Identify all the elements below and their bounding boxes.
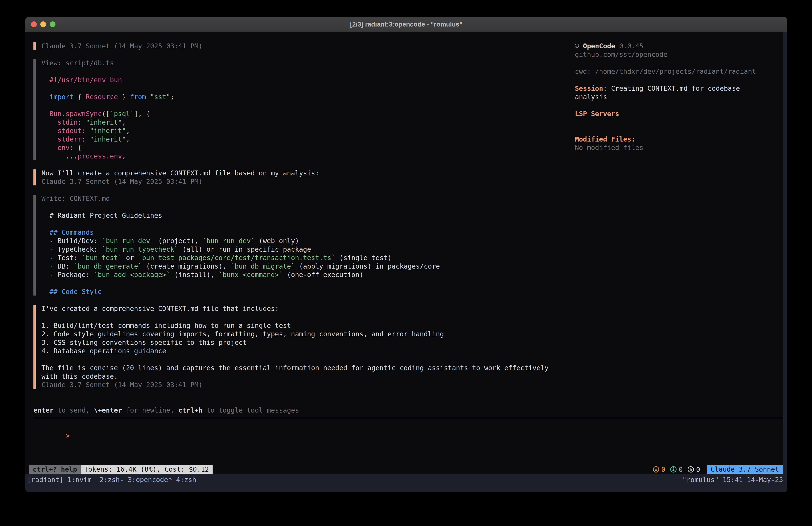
terminal-line: github.com/sst/opencode	[575, 51, 784, 59]
text-segment: analysis	[575, 93, 607, 101]
status-bar: ctrl+? help Tokens: 16.4K (8%), Cost: $0…	[25, 465, 783, 474]
text-segment: :	[70, 144, 74, 152]
text-segment: 2. Code style guidelines covering import…	[41, 330, 444, 338]
message-accent-bar	[33, 169, 36, 185]
model-badge: Claude 3.7 Sonnet	[707, 465, 783, 474]
text-segment: ## Code Style	[41, 288, 102, 296]
terminal-content: Claude 3.7 Sonnet (14 May 2025 03:41 PM)…	[25, 32, 783, 474]
text-segment: github.com/sst/opencode	[575, 51, 667, 58]
text-segment: DB:	[58, 262, 74, 270]
text-segment: {	[74, 93, 86, 101]
text-segment: stderr	[41, 135, 82, 143]
terminal-line: I've created a comprehensive CONTEXT.md …	[41, 304, 573, 313]
text-segment: Claude 3.7 Sonnet (14 May 2025 03:41 PM)	[41, 42, 202, 50]
text-segment: {	[74, 144, 82, 152]
text-segment: ## Commands	[41, 228, 94, 236]
text-segment: ], {	[134, 110, 150, 118]
terminal-line: 4. Database operations guidance	[41, 347, 573, 355]
assistant-message-block: I've created a comprehensive CONTEXT.md …	[33, 304, 573, 389]
info-count: 0	[679, 466, 683, 473]
tool-accent-bar	[33, 59, 36, 160]
terminal-line: - Build/Dev: `bun run dev` (project), `b…	[41, 237, 573, 245]
terminal-line: # Radiant Project Guidelines	[41, 211, 573, 220]
terminal-line	[575, 127, 784, 135]
text-segment: \+enter	[94, 406, 122, 414]
text-segment: : Creating CONTEXT.md for codebase	[603, 84, 740, 92]
text-segment: `bun db migrate`	[231, 262, 295, 270]
terminal-line	[575, 59, 784, 67]
help-shortcut-chip: ctrl+? help	[29, 465, 81, 474]
text-segment: "inherit"	[90, 127, 126, 134]
zoom-button[interactable]	[50, 22, 56, 27]
text-segment: Bun.spawnSync	[41, 110, 102, 118]
text-segment: ctrl+h	[178, 406, 202, 414]
text-segment: ©	[575, 42, 583, 50]
text-segment: Claude 3.7 Sonnet (14 May 2025 03:41 PM)	[41, 177, 202, 185]
tmux-status-line: [radiant] 1:nvim 2:zsh- 3:opencode* 4:zs…	[25, 474, 787, 484]
text-segment: ;	[170, 93, 174, 101]
text-segment: # Radiant Project Guidelines	[41, 212, 162, 219]
terminal-line: Claude 3.7 Sonnet (14 May 2025 03:41 PM)	[41, 381, 573, 389]
prompt-input[interactable]: >	[33, 423, 778, 431]
text-segment: ,	[122, 152, 126, 160]
terminal-line: Now I'll create a comprehensive CONTEXT.…	[41, 169, 573, 177]
text-segment: }	[118, 93, 130, 101]
input-separator	[33, 418, 783, 418]
text-segment: 1. Build/lint/test commands including ho…	[41, 322, 291, 329]
text-segment: (project),	[154, 237, 203, 245]
text-segment: "inherit"	[90, 135, 126, 143]
warning-count: 0	[661, 466, 665, 473]
terminal-line: No modified files	[575, 144, 784, 152]
text-segment: (one-off execution)	[283, 271, 363, 279]
terminal-line	[41, 220, 573, 228]
close-button[interactable]	[31, 22, 37, 27]
hint-count: 0	[696, 466, 700, 473]
terminal-line: The file is concise (20 lines) and captu…	[41, 364, 573, 372]
text-segment: (web only)	[255, 237, 299, 245]
text-segment: enter	[33, 406, 54, 414]
text-segment: Build/Dev:	[58, 237, 102, 245]
text-segment: ,	[126, 127, 130, 134]
tmux-session-info: "romulus" 15:41 14-May-25	[682, 475, 783, 484]
text-segment: :	[82, 135, 86, 143]
text-segment: stdout	[41, 127, 82, 134]
text-segment	[82, 118, 86, 126]
text-segment: from	[130, 93, 146, 101]
terminal-line: View: script/db.ts	[41, 59, 573, 67]
terminal-line: #!/usr/bin/env bun	[41, 76, 573, 84]
text-segment: Write: CONTEXT.md	[41, 195, 110, 202]
text-segment: `bun run dev`	[203, 237, 255, 245]
terminal-line: ## Commands	[41, 228, 573, 237]
text-segment: cwd: /home/thdxr/dev/projects/radiant/ra…	[575, 68, 756, 75]
text-segment: 3. CSS styling conventions specific to t…	[41, 339, 247, 346]
minimize-button[interactable]	[40, 22, 46, 27]
text-segment: `bunx <command>`	[219, 271, 283, 279]
tokens-cost-chip: Tokens: 16.4K (8%), Cost: $0.12	[81, 465, 213, 474]
terminal-line	[41, 313, 573, 322]
text-segment: (single test)	[335, 254, 392, 262]
text-segment: 4. Database operations guidance	[41, 347, 166, 355]
tool-output-block: Write: CONTEXT.md # Radiant Project Guid…	[33, 194, 573, 296]
text-segment: -	[41, 262, 58, 270]
terminal-line: stdout: "inherit",	[41, 127, 573, 135]
text-segment: TypeCheck:	[58, 245, 102, 253]
terminal-window: [2/3] radiant:3:opencode - "romulus" Cla…	[25, 17, 787, 492]
tmux-window-list[interactable]: [radiant] 1:nvim 2:zsh- 3:opencode* 4:zs…	[27, 475, 196, 484]
text-segment: `bun run typecheck`	[102, 245, 178, 253]
terminal-line: Session: Creating CONTEXT.md for codebas…	[575, 84, 784, 93]
text-segment: -	[41, 245, 58, 253]
text-segment: ([	[102, 110, 110, 118]
terminal-line: Bun.spawnSync([`psql`], {	[41, 110, 573, 118]
terminal-line: - Test: `bun test` or `bun test packages…	[41, 254, 573, 262]
terminal-line: Claude 3.7 Sonnet (14 May 2025 03:41 PM)	[41, 42, 573, 51]
info-count-badge: i0	[670, 466, 683, 473]
tmux-status-bar: [radiant] 1:nvim 2:zsh- 3:opencode* 4:zs…	[25, 474, 787, 492]
text-segment: Modified Files:	[575, 135, 635, 143]
terminal-line	[41, 355, 573, 364]
text-segment: (all) or run in specific package	[178, 245, 311, 253]
terminal-line	[41, 203, 573, 211]
window-titlebar: [2/3] radiant:3:opencode - "romulus"	[25, 17, 787, 32]
terminal-line: import { Resource } from "sst";	[41, 93, 573, 101]
terminal-line: with this codebase.	[41, 372, 573, 381]
terminal-line	[575, 76, 784, 84]
